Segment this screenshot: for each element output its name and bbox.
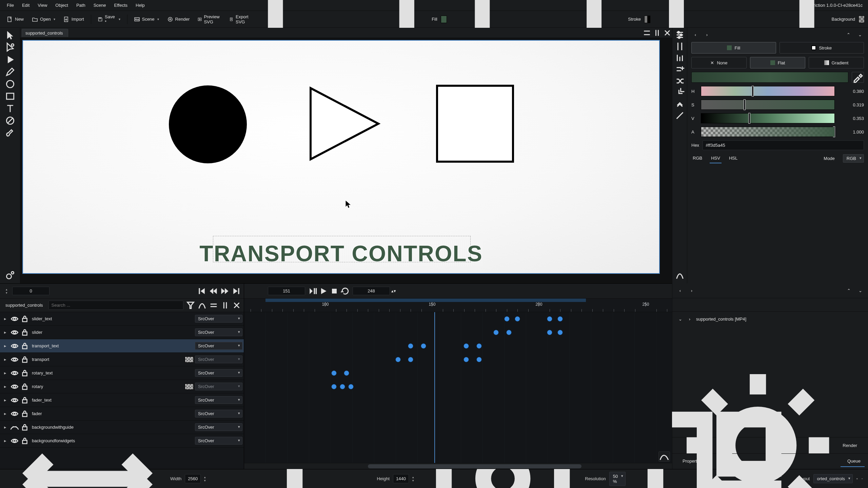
keyframe[interactable]	[395, 357, 401, 362]
layer-row[interactable]: ▸slider_textSrcOver	[0, 312, 244, 326]
keyframe[interactable]	[547, 330, 552, 335]
layer-expand[interactable]: ▸	[1, 343, 9, 348]
layer-visibility[interactable]	[10, 369, 19, 378]
panel-levels[interactable]	[675, 53, 685, 63]
export-svg-button[interactable]: Export SVG	[226, 12, 254, 26]
hsl-tab[interactable]: HSL	[728, 154, 739, 163]
height-spin[interactable]: ▴▾	[412, 476, 414, 482]
canvas-caption-text[interactable]: TRANSPORT CONTROLS	[199, 241, 482, 266]
playhead[interactable]	[434, 312, 435, 469]
layout-remove[interactable]	[861, 474, 863, 484]
end-frame-spin[interactable]: ▴▾	[391, 288, 396, 293]
layout-select[interactable]: orted_controls	[813, 474, 853, 483]
sat-slider[interactable]	[701, 100, 835, 110]
go-end[interactable]	[232, 286, 241, 296]
color-preview-bar[interactable]	[691, 72, 848, 83]
start-frame-spin[interactable]: ▴▾	[3, 288, 10, 294]
s-value[interactable]: 0.319	[838, 102, 864, 107]
layer-expand[interactable]: ▸	[1, 425, 9, 430]
layer-expand[interactable]: ▸	[1, 330, 9, 335]
tool-rectangle[interactable]	[5, 91, 16, 102]
tool-null[interactable]	[5, 115, 16, 126]
open-button[interactable]: Open▾	[28, 14, 59, 24]
menu-effects[interactable]: Effects	[110, 1, 132, 10]
layer-visibility[interactable]	[10, 355, 19, 364]
tool-select[interactable]	[5, 30, 16, 41]
canvas-square-shape[interactable]	[436, 85, 514, 163]
canvas-tab[interactable]: supported_controls	[22, 29, 68, 37]
tool-zoom-settings[interactable]	[5, 270, 16, 281]
panel-adjust-1[interactable]	[675, 30, 685, 40]
layers-search[interactable]	[48, 301, 183, 310]
graph-editor-button[interactable]	[658, 451, 670, 462]
keyframe[interactable]	[504, 316, 510, 322]
menu-file[interactable]: File	[3, 1, 18, 10]
layer-expand[interactable]: ▸	[1, 411, 9, 416]
layout-add[interactable]	[856, 474, 858, 484]
current-frame-input[interactable]: 151	[268, 287, 305, 295]
layer-pattern-toggle[interactable]	[185, 357, 194, 363]
new-button[interactable]: New	[3, 14, 27, 24]
layer-lock[interactable]	[20, 314, 29, 323]
layer-visibility[interactable]	[10, 314, 19, 323]
canvas-circle-shape[interactable]	[169, 85, 247, 163]
layer-lock[interactable]	[20, 382, 29, 391]
menu-scene[interactable]: Scene	[90, 1, 110, 10]
layer-lock[interactable]	[20, 328, 29, 337]
keyframe[interactable]	[493, 330, 499, 335]
paint-gradient[interactable]: Gradient	[809, 57, 864, 68]
layer-blend-select[interactable]: SrcOver	[195, 423, 242, 431]
stroke-tab[interactable]: Stroke	[780, 42, 864, 54]
keyframe[interactable]	[340, 384, 345, 389]
go-start[interactable]	[197, 286, 206, 296]
panel-expand-down[interactable]: ⌄	[856, 30, 864, 39]
keyframe[interactable]	[476, 357, 482, 362]
keyframe[interactable]	[408, 343, 413, 349]
keyframe[interactable]	[344, 370, 349, 376]
layers-split-h[interactable]	[209, 301, 218, 310]
val-slider[interactable]	[701, 113, 835, 123]
layer-pattern-toggle[interactable]	[185, 411, 194, 417]
layer-row[interactable]: ▸sliderSrcOver	[0, 326, 244, 339]
layer-blend-select[interactable]: SrcOver	[195, 383, 242, 390]
panel-add[interactable]	[675, 64, 685, 75]
panel-collapse[interactable]	[675, 87, 685, 98]
rgb-tab[interactable]: RGB	[691, 154, 704, 163]
end-frame-input[interactable]: 248	[353, 287, 390, 295]
keyframe[interactable]	[547, 316, 552, 322]
layer-expand[interactable]: ▸	[1, 357, 9, 362]
keyframe[interactable]	[408, 357, 413, 362]
keyframe[interactable]	[557, 330, 563, 335]
canvas-close[interactable]	[663, 29, 672, 37]
menu-edit[interactable]: Edit	[18, 1, 34, 10]
keyframe[interactable]	[515, 316, 520, 322]
queue-nav-prev[interactable]: ‹	[676, 286, 685, 295]
layer-blend-select[interactable]: SrcOver	[195, 315, 242, 323]
menu-view[interactable]: View	[34, 1, 51, 10]
layer-pattern-toggle[interactable]	[185, 329, 194, 336]
menu-object[interactable]: Object	[51, 1, 72, 10]
timeline-tracks[interactable]	[244, 312, 672, 469]
keyframe[interactable]	[331, 370, 337, 376]
layer-pattern-toggle[interactable]	[185, 438, 194, 444]
width-input[interactable]: 2560	[185, 474, 201, 483]
resolution-select[interactable]: 50 %	[609, 472, 626, 486]
panel-collapse-up[interactable]: ⌃	[844, 30, 852, 39]
fill-swatch[interactable]	[441, 16, 447, 23]
v-value[interactable]: 0.353	[838, 116, 864, 121]
hue-slider[interactable]	[701, 86, 835, 96]
layer-pattern-toggle[interactable]	[185, 424, 194, 430]
alpha-slider[interactable]	[701, 127, 835, 137]
layers-split-v[interactable]	[221, 301, 230, 310]
tab-queue[interactable]: Queue	[841, 456, 865, 467]
layers-curve[interactable]	[198, 301, 206, 310]
queue-item-expand[interactable]: ›	[687, 317, 693, 322]
panel-expand[interactable]	[675, 99, 685, 109]
scene-button[interactable]: Scene▾	[131, 14, 162, 24]
mode-select[interactable]: RGB	[843, 154, 864, 163]
work-range-bar[interactable]	[265, 299, 586, 302]
canvas-split-horizontal[interactable]	[642, 29, 652, 37]
layer-expand[interactable]: ▸	[1, 316, 9, 321]
tool-node-edit[interactable]	[5, 42, 16, 53]
next-key[interactable]	[220, 286, 230, 296]
